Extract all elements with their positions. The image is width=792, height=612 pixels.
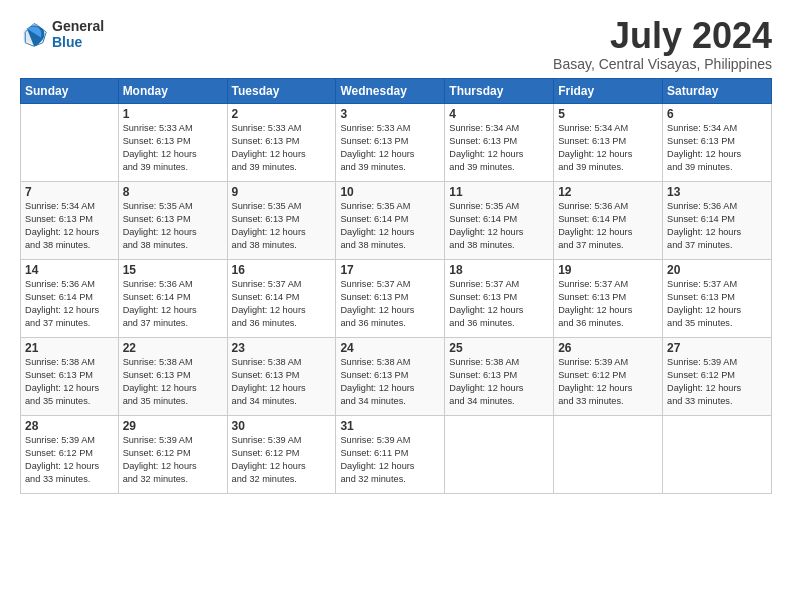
cell-5-3: 30Sunrise: 5:39 AMSunset: 6:12 PMDayligh…	[227, 416, 336, 494]
cell-content: Sunrise: 5:35 AMSunset: 6:14 PMDaylight:…	[449, 200, 549, 252]
cell-content: Sunrise: 5:34 AMSunset: 6:13 PMDaylight:…	[558, 122, 658, 174]
week-row-4: 21Sunrise: 5:38 AMSunset: 6:13 PMDayligh…	[21, 338, 772, 416]
cell-5-2: 29Sunrise: 5:39 AMSunset: 6:12 PMDayligh…	[118, 416, 227, 494]
logo-text: General Blue	[52, 18, 104, 50]
cell-5-6	[554, 416, 663, 494]
day-number: 14	[25, 263, 114, 277]
col-thursday: Thursday	[445, 79, 554, 104]
cell-4-3: 23Sunrise: 5:38 AMSunset: 6:13 PMDayligh…	[227, 338, 336, 416]
cell-2-3: 9Sunrise: 5:35 AMSunset: 6:13 PMDaylight…	[227, 182, 336, 260]
day-number: 4	[449, 107, 549, 121]
cell-content: Sunrise: 5:37 AMSunset: 6:13 PMDaylight:…	[667, 278, 767, 330]
cell-2-2: 8Sunrise: 5:35 AMSunset: 6:13 PMDaylight…	[118, 182, 227, 260]
day-number: 3	[340, 107, 440, 121]
cell-content: Sunrise: 5:37 AMSunset: 6:13 PMDaylight:…	[449, 278, 549, 330]
cell-content: Sunrise: 5:39 AMSunset: 6:12 PMDaylight:…	[25, 434, 114, 486]
cell-3-7: 20Sunrise: 5:37 AMSunset: 6:13 PMDayligh…	[663, 260, 772, 338]
location: Basay, Central Visayas, Philippines	[553, 56, 772, 72]
day-number: 27	[667, 341, 767, 355]
day-number: 20	[667, 263, 767, 277]
cell-4-6: 26Sunrise: 5:39 AMSunset: 6:12 PMDayligh…	[554, 338, 663, 416]
day-number: 25	[449, 341, 549, 355]
calendar-page: General Blue July 2024 Basay, Central Vi…	[0, 0, 792, 612]
header: General Blue July 2024 Basay, Central Vi…	[20, 18, 772, 72]
cell-4-7: 27Sunrise: 5:39 AMSunset: 6:12 PMDayligh…	[663, 338, 772, 416]
col-monday: Monday	[118, 79, 227, 104]
col-tuesday: Tuesday	[227, 79, 336, 104]
cell-4-4: 24Sunrise: 5:38 AMSunset: 6:13 PMDayligh…	[336, 338, 445, 416]
cell-3-4: 17Sunrise: 5:37 AMSunset: 6:13 PMDayligh…	[336, 260, 445, 338]
cell-content: Sunrise: 5:36 AMSunset: 6:14 PMDaylight:…	[667, 200, 767, 252]
cell-5-7	[663, 416, 772, 494]
day-number: 18	[449, 263, 549, 277]
col-wednesday: Wednesday	[336, 79, 445, 104]
day-number: 7	[25, 185, 114, 199]
day-number: 22	[123, 341, 223, 355]
logo-blue: Blue	[52, 34, 104, 50]
day-number: 13	[667, 185, 767, 199]
week-row-1: 1Sunrise: 5:33 AMSunset: 6:13 PMDaylight…	[21, 104, 772, 182]
day-number: 16	[232, 263, 332, 277]
cell-1-7: 6Sunrise: 5:34 AMSunset: 6:13 PMDaylight…	[663, 104, 772, 182]
cell-content: Sunrise: 5:35 AMSunset: 6:14 PMDaylight:…	[340, 200, 440, 252]
day-number: 9	[232, 185, 332, 199]
day-number: 12	[558, 185, 658, 199]
day-number: 17	[340, 263, 440, 277]
cell-4-5: 25Sunrise: 5:38 AMSunset: 6:13 PMDayligh…	[445, 338, 554, 416]
cell-3-2: 15Sunrise: 5:36 AMSunset: 6:14 PMDayligh…	[118, 260, 227, 338]
cell-3-1: 14Sunrise: 5:36 AMSunset: 6:14 PMDayligh…	[21, 260, 119, 338]
day-number: 1	[123, 107, 223, 121]
cell-content: Sunrise: 5:38 AMSunset: 6:13 PMDaylight:…	[232, 356, 332, 408]
cell-4-1: 21Sunrise: 5:38 AMSunset: 6:13 PMDayligh…	[21, 338, 119, 416]
day-number: 31	[340, 419, 440, 433]
cell-3-6: 19Sunrise: 5:37 AMSunset: 6:13 PMDayligh…	[554, 260, 663, 338]
cell-1-5: 4Sunrise: 5:34 AMSunset: 6:13 PMDaylight…	[445, 104, 554, 182]
day-number: 30	[232, 419, 332, 433]
day-number: 21	[25, 341, 114, 355]
day-number: 2	[232, 107, 332, 121]
cell-2-4: 10Sunrise: 5:35 AMSunset: 6:14 PMDayligh…	[336, 182, 445, 260]
cell-1-3: 2Sunrise: 5:33 AMSunset: 6:13 PMDaylight…	[227, 104, 336, 182]
cell-content: Sunrise: 5:33 AMSunset: 6:13 PMDaylight:…	[123, 122, 223, 174]
cell-content: Sunrise: 5:39 AMSunset: 6:12 PMDaylight:…	[667, 356, 767, 408]
month-title: July 2024	[553, 18, 772, 54]
logo: General Blue	[20, 18, 104, 50]
calendar-table: Sunday Monday Tuesday Wednesday Thursday…	[20, 78, 772, 494]
cell-content: Sunrise: 5:33 AMSunset: 6:13 PMDaylight:…	[232, 122, 332, 174]
title-section: July 2024 Basay, Central Visayas, Philip…	[553, 18, 772, 72]
col-sunday: Sunday	[21, 79, 119, 104]
day-number: 6	[667, 107, 767, 121]
cell-content: Sunrise: 5:38 AMSunset: 6:13 PMDaylight:…	[340, 356, 440, 408]
cell-content: Sunrise: 5:39 AMSunset: 6:12 PMDaylight:…	[232, 434, 332, 486]
cell-1-4: 3Sunrise: 5:33 AMSunset: 6:13 PMDaylight…	[336, 104, 445, 182]
day-number: 11	[449, 185, 549, 199]
col-friday: Friday	[554, 79, 663, 104]
cell-3-3: 16Sunrise: 5:37 AMSunset: 6:14 PMDayligh…	[227, 260, 336, 338]
day-number: 28	[25, 419, 114, 433]
cell-3-5: 18Sunrise: 5:37 AMSunset: 6:13 PMDayligh…	[445, 260, 554, 338]
cell-content: Sunrise: 5:39 AMSunset: 6:11 PMDaylight:…	[340, 434, 440, 486]
cell-content: Sunrise: 5:35 AMSunset: 6:13 PMDaylight:…	[123, 200, 223, 252]
cell-content: Sunrise: 5:39 AMSunset: 6:12 PMDaylight:…	[558, 356, 658, 408]
header-row: Sunday Monday Tuesday Wednesday Thursday…	[21, 79, 772, 104]
cell-content: Sunrise: 5:39 AMSunset: 6:12 PMDaylight:…	[123, 434, 223, 486]
day-number: 10	[340, 185, 440, 199]
cell-content: Sunrise: 5:34 AMSunset: 6:13 PMDaylight:…	[25, 200, 114, 252]
cell-content: Sunrise: 5:36 AMSunset: 6:14 PMDaylight:…	[558, 200, 658, 252]
day-number: 29	[123, 419, 223, 433]
cell-1-2: 1Sunrise: 5:33 AMSunset: 6:13 PMDaylight…	[118, 104, 227, 182]
day-number: 23	[232, 341, 332, 355]
cell-2-1: 7Sunrise: 5:34 AMSunset: 6:13 PMDaylight…	[21, 182, 119, 260]
cell-1-6: 5Sunrise: 5:34 AMSunset: 6:13 PMDaylight…	[554, 104, 663, 182]
cell-2-6: 12Sunrise: 5:36 AMSunset: 6:14 PMDayligh…	[554, 182, 663, 260]
day-number: 5	[558, 107, 658, 121]
cell-content: Sunrise: 5:37 AMSunset: 6:13 PMDaylight:…	[340, 278, 440, 330]
cell-1-1	[21, 104, 119, 182]
cell-content: Sunrise: 5:36 AMSunset: 6:14 PMDaylight:…	[25, 278, 114, 330]
cell-content: Sunrise: 5:37 AMSunset: 6:13 PMDaylight:…	[558, 278, 658, 330]
cell-4-2: 22Sunrise: 5:38 AMSunset: 6:13 PMDayligh…	[118, 338, 227, 416]
cell-5-1: 28Sunrise: 5:39 AMSunset: 6:12 PMDayligh…	[21, 416, 119, 494]
logo-icon	[20, 20, 48, 48]
day-number: 26	[558, 341, 658, 355]
cell-content: Sunrise: 5:37 AMSunset: 6:14 PMDaylight:…	[232, 278, 332, 330]
